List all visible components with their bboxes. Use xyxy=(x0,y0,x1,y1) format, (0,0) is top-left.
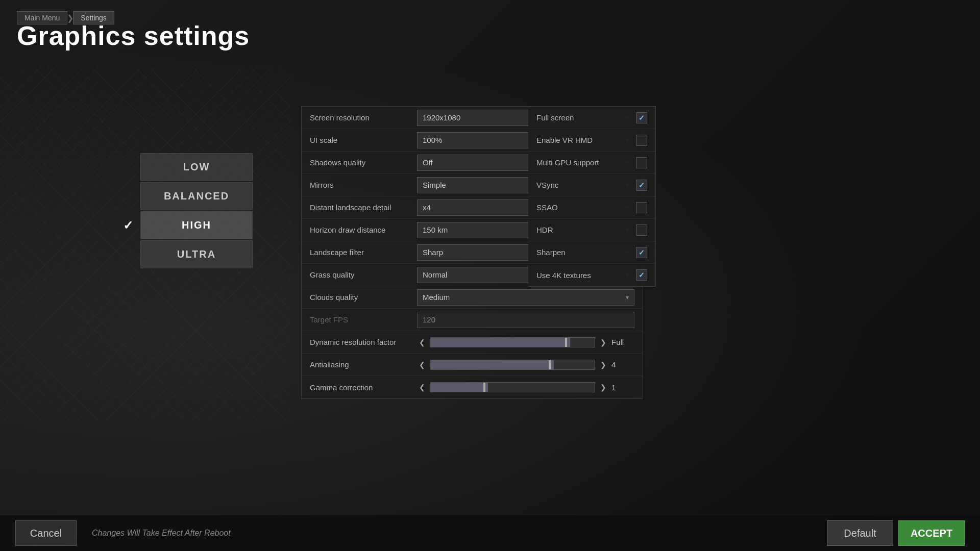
slider-thumb-gamma xyxy=(483,383,485,392)
slider-antialiasing: ❮ ❯ 4 xyxy=(417,360,634,370)
slider-dynamic-resolution: ❮ ❯ Full xyxy=(417,337,634,347)
slider-gamma-correction: ❮ ❯ 1 xyxy=(417,382,634,392)
cancel-button[interactable]: Cancel xyxy=(15,520,77,546)
slider-fill-gamma xyxy=(431,383,488,392)
checkbox-multi-gpu[interactable] xyxy=(636,157,647,168)
checkbox-4k-textures[interactable]: ✓ xyxy=(636,269,647,281)
slider-thumb-dynamic-resolution xyxy=(565,338,567,347)
label-distant-landscape: Distant landscape detail xyxy=(310,203,417,212)
checkbox-ssao[interactable] xyxy=(636,202,647,213)
accept-button[interactable]: ACCEPT xyxy=(898,520,965,546)
slider-right-arrow-gamma[interactable]: ❯ xyxy=(598,383,608,391)
checkbox-row-hdr: HDR xyxy=(528,219,655,241)
slider-value-dynamic-resolution: Full xyxy=(611,338,634,346)
setting-gamma-correction: Gamma correction ❮ ❯ 1 xyxy=(302,376,643,398)
slider-left-arrow-antialiasing[interactable]: ❮ xyxy=(417,361,427,369)
label-target-fps: Target FPS xyxy=(310,315,417,324)
checkbox-check-vsync: ✓ xyxy=(639,181,645,189)
label-shadows-quality: Shadows quality xyxy=(310,158,417,167)
input-target-fps: 120 xyxy=(417,312,634,328)
label-mirrors: Mirrors xyxy=(310,181,417,189)
slider-right-arrow-dynamic-resolution[interactable]: ❯ xyxy=(598,338,608,346)
label-vr-hmd: Enable VR HMD xyxy=(536,136,593,144)
label-screen-resolution: Screen resolution xyxy=(310,113,417,122)
dropdown-arrow-clouds-quality: ▾ xyxy=(626,294,629,301)
checkboxes-panel: Full screen ✓ Enable VR HMD Multi GPU su… xyxy=(528,106,656,287)
reboot-notice: Changes Will Take Effect After Reboot xyxy=(92,529,231,538)
preset-balanced[interactable]: BALANCED xyxy=(140,182,253,210)
checkbox-check-sharpen: ✓ xyxy=(639,248,645,257)
setting-antialiasing: Antialiasing ❮ ❯ 4 xyxy=(302,354,643,376)
right-action-buttons: Default ACCEPT xyxy=(827,520,965,546)
label-multi-gpu: Multi GPU support xyxy=(536,158,599,167)
slider-track-antialiasing[interactable] xyxy=(430,360,595,370)
slider-track-gamma[interactable] xyxy=(430,382,595,392)
bottom-bar: Cancel Changes Will Take Effect After Re… xyxy=(0,515,980,551)
slider-left-arrow-gamma[interactable]: ❮ xyxy=(417,383,427,391)
checkbox-sharpen[interactable]: ✓ xyxy=(636,247,647,258)
preset-panel: LOW BALANCED ✓ HIGH ULTRA xyxy=(140,153,253,268)
slider-track-dynamic-resolution[interactable] xyxy=(430,337,595,347)
label-4k-textures: Use 4K textures xyxy=(536,271,591,280)
preset-high[interactable]: ✓ HIGH xyxy=(140,211,253,239)
label-sharpen: Sharpen xyxy=(536,248,566,257)
preset-ultra[interactable]: ULTRA xyxy=(140,240,253,268)
setting-clouds-quality: Clouds quality Medium ▾ xyxy=(302,286,643,309)
label-gamma-correction: Gamma correction xyxy=(310,383,417,392)
checkbox-row-4k-textures: Use 4K textures ✓ xyxy=(528,264,655,286)
breadcrumb-separator: ❯ xyxy=(67,13,74,23)
slider-fill-dynamic-resolution xyxy=(431,338,570,347)
checkbox-vr-hmd[interactable] xyxy=(636,135,647,146)
label-fullscreen: Full screen xyxy=(536,113,574,122)
slider-value-gamma: 1 xyxy=(611,383,634,392)
slider-value-antialiasing: 4 xyxy=(611,360,634,369)
checkbox-row-sharpen: Sharpen ✓ xyxy=(528,241,655,264)
slider-thumb-antialiasing xyxy=(549,360,551,369)
label-clouds-quality: Clouds quality xyxy=(310,293,417,302)
label-vsync: VSync xyxy=(536,181,558,189)
setting-dynamic-resolution: Dynamic resolution factor ❮ ❯ Full xyxy=(302,331,643,354)
checkbox-vsync[interactable]: ✓ xyxy=(636,180,647,191)
checkbox-check-fullscreen: ✓ xyxy=(639,114,645,122)
checkbox-row-ssao: SSAO xyxy=(528,196,655,219)
label-dynamic-resolution: Dynamic resolution factor xyxy=(310,338,417,346)
checkbox-row-fullscreen: Full screen ✓ xyxy=(528,107,655,129)
label-hdr: HDR xyxy=(536,226,553,234)
dropdown-clouds-quality[interactable]: Medium ▾ xyxy=(417,289,634,306)
checkbox-fullscreen[interactable]: ✓ xyxy=(636,112,647,123)
label-antialiasing: Antialiasing xyxy=(310,360,417,369)
label-ui-scale: UI scale xyxy=(310,136,417,144)
page-title: Graphics settings xyxy=(17,20,250,51)
label-grass-quality: Grass quality xyxy=(310,270,417,279)
checkbox-row-multi-gpu: Multi GPU support xyxy=(528,152,655,174)
checkbox-row-vsync: VSync ✓ xyxy=(528,174,655,196)
slider-fill-antialiasing xyxy=(431,360,554,369)
checkbox-row-vr-hmd: Enable VR HMD xyxy=(528,129,655,152)
checkbox-check-4k-textures: ✓ xyxy=(639,271,645,279)
slider-left-arrow-dynamic-resolution[interactable]: ❮ xyxy=(417,338,427,346)
preset-low[interactable]: LOW xyxy=(140,153,253,181)
label-horizon-draw: Horizon draw distance xyxy=(310,226,417,234)
label-ssao: SSAO xyxy=(536,203,558,212)
label-landscape-filter: Landscape filter xyxy=(310,248,417,257)
checkbox-hdr[interactable] xyxy=(636,224,647,236)
slider-right-arrow-antialiasing[interactable]: ❯ xyxy=(598,361,608,369)
preset-selected-checkmark: ✓ xyxy=(123,218,134,233)
default-button[interactable]: Default xyxy=(827,520,893,546)
setting-target-fps: Target FPS 120 xyxy=(302,309,643,331)
